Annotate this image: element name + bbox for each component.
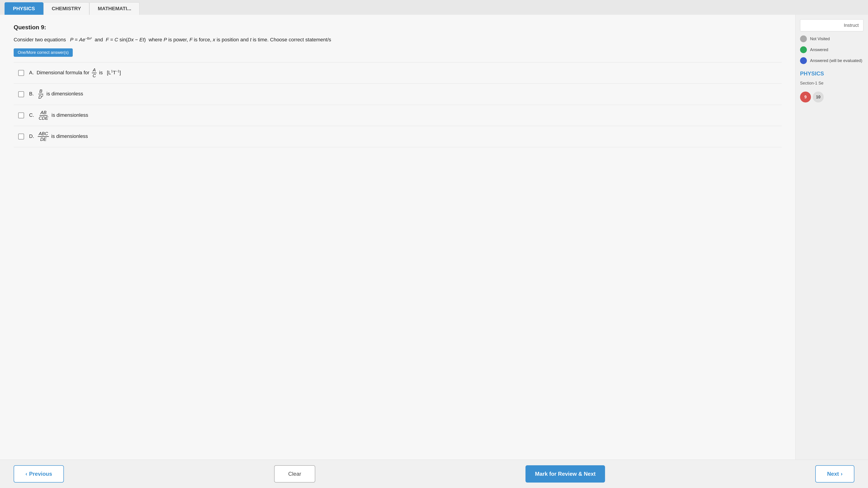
question-number: Question 9:: [13, 24, 782, 31]
previous-label: Previous: [29, 471, 52, 477]
question-text: Consider two equations P = Ae−Bx² and F …: [13, 35, 782, 44]
option-d-label: D. ABC DE is dimensionless: [29, 131, 88, 142]
q-bubble-10[interactable]: 10: [813, 92, 824, 102]
option-b: B. B D2 is dimensionless: [13, 84, 782, 105]
tab-bar: PHYSICS CHEMISTRY MATHEMATI...: [0, 0, 868, 15]
equation-1: P = Ae−Bx²: [70, 37, 93, 42]
checkbox-b[interactable]: [18, 91, 24, 97]
legend-marked-review-label: Answered (will be evaluated): [810, 58, 862, 63]
tab-chemistry[interactable]: CHEMISTRY: [43, 2, 90, 15]
section-physics-label: PHYSICS: [800, 70, 864, 77]
tab-mathematics[interactable]: MATHEMATI...: [89, 2, 140, 15]
next-chevron-icon: ›: [841, 471, 842, 477]
legend-not-visited: Not Visited: [800, 35, 864, 42]
checkbox-c[interactable]: [18, 112, 24, 118]
option-b-label: B. B D2 is dimensionless: [29, 89, 83, 100]
mark-review-button[interactable]: Mark for Review & Next: [525, 465, 605, 483]
question-grid: 9 10: [800, 92, 864, 102]
legend-answered-label: Answered: [810, 47, 828, 52]
answer-type-badge: One/More correct answer(s): [13, 48, 73, 57]
previous-chevron-icon: ‹: [26, 471, 27, 477]
legend-not-visited-label: Not Visited: [810, 37, 830, 41]
main-layout: Question 9: Consider two equations P = A…: [0, 15, 868, 460]
question-area: Question 9: Consider two equations P = A…: [0, 15, 795, 460]
option-a-label: A. Dimensional formula for A C is [L1T−1…: [29, 67, 121, 78]
instruct-button[interactable]: Instruct: [800, 19, 864, 31]
dot-answered: [800, 46, 807, 53]
section-sub-label: Section-1 Se: [800, 81, 864, 86]
right-sidebar: Instruct Not Visited Answered Answered (…: [795, 15, 868, 460]
legend-marked-review: Answered (will be evaluated): [800, 57, 864, 64]
checkbox-a[interactable]: [18, 70, 24, 76]
dot-not-visited: [800, 35, 807, 42]
dot-marked-review: [800, 57, 807, 64]
previous-button[interactable]: ‹ Previous: [13, 465, 64, 483]
option-c: C. AB CDE is dimensionless: [13, 105, 782, 126]
option-d: D. ABC DE is dimensionless: [13, 126, 782, 147]
action-bar: ‹ Previous Clear Mark for Review & Next …: [0, 460, 868, 488]
option-c-label: C. AB CDE is dimensionless: [29, 110, 88, 121]
clear-button[interactable]: Clear: [274, 465, 315, 483]
question-text-intro: Consider two equations: [13, 37, 66, 42]
next-button[interactable]: Next ›: [815, 465, 855, 483]
tab-physics[interactable]: PHYSICS: [4, 2, 43, 15]
equation-2: F = C sin(Dx − Et): [106, 37, 147, 42]
next-label: Next: [827, 471, 839, 477]
checkbox-d[interactable]: [18, 134, 24, 139]
q-bubble-9[interactable]: 9: [800, 92, 811, 102]
option-a: A. Dimensional formula for A C is [L1T−1…: [13, 62, 782, 84]
legend-answered: Answered: [800, 46, 864, 53]
options-list: A. Dimensional formula for A C is [L1T−1…: [13, 62, 782, 147]
